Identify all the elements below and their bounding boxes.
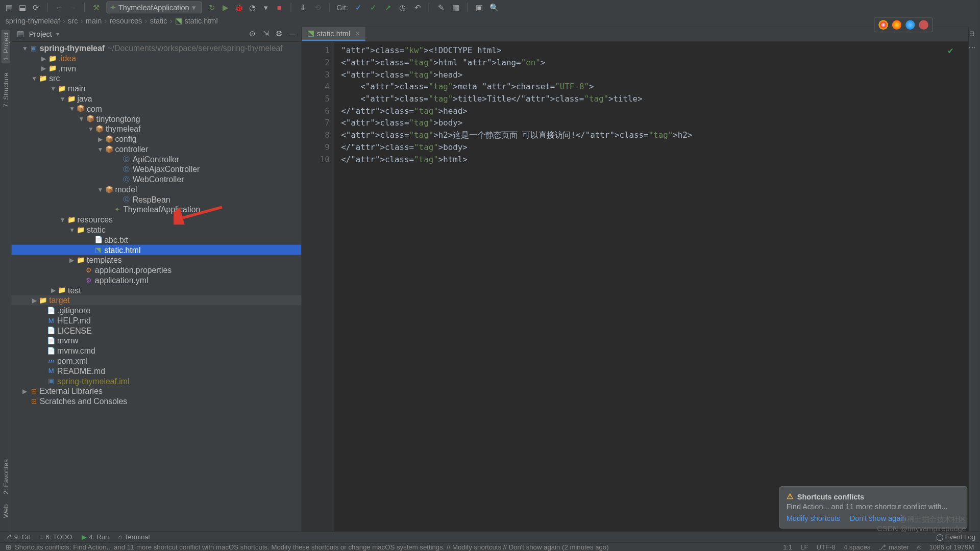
select-opened-icon[interactable]: ⊙ <box>248 29 257 38</box>
builtin-preview-icon[interactable] <box>919 20 928 30</box>
editor-body[interactable]: 12345678910 "attr">class="kw"><!DOCTYPE … <box>302 42 968 532</box>
tree-app[interactable]: ✦ThymeleafApplication <box>11 205 301 215</box>
tree-appprops[interactable]: ⚙application.properties <box>11 265 301 275</box>
firefox-icon[interactable] <box>892 20 901 30</box>
tree-scratch[interactable]: ⊞Scratches and Consoles <box>11 396 301 406</box>
search-icon[interactable]: 🔍 <box>489 3 499 12</box>
tree-iml[interactable]: ▣spring-thymeleaf.iml <box>11 376 301 386</box>
tree-main[interactable]: ▼📁main <box>11 83 301 93</box>
structure-tool-button[interactable]: 7: Structure <box>2 73 9 108</box>
web-tool-button[interactable]: Web <box>2 504 9 518</box>
tree-extlib[interactable]: ▶⊞External Libraries <box>11 386 301 396</box>
revert-icon[interactable]: ↶ <box>412 3 422 12</box>
tree-webajax[interactable]: ⒸWebAjaxController <box>11 164 301 174</box>
chrome-icon[interactable] <box>878 20 888 30</box>
back-icon[interactable]: ← <box>55 3 64 12</box>
line-sep[interactable]: LF <box>800 543 808 550</box>
profiler-icon[interactable]: ▾ <box>261 3 271 12</box>
code-area[interactable]: "attr">class="kw"><!DOCTYPE html> <"attr… <box>334 42 968 532</box>
modify-shortcuts-link[interactable]: Modify shortcuts <box>787 514 841 522</box>
event-log-button[interactable]: ◯ Event Log <box>936 533 976 540</box>
git-branch[interactable]: ⎇ master <box>878 543 909 550</box>
tree-apicontroller[interactable]: ⒸApiController <box>11 154 301 164</box>
indent[interactable]: 4 spaces <box>844 543 871 550</box>
tree-resources[interactable]: ▼📁resources <box>11 214 301 224</box>
run-config-selector[interactable]: ✦ ThymeleafApplication ▾ <box>106 2 202 14</box>
crumb-resources[interactable]: resources <box>110 17 142 25</box>
tree-webcontroller[interactable]: ⒸWebController <box>11 174 301 184</box>
close-tab-icon[interactable]: × <box>356 29 360 37</box>
tree-target[interactable]: ▶📁target <box>11 295 301 306</box>
tree-config[interactable]: ▶📦config <box>11 134 301 144</box>
open-icon[interactable]: ▤ <box>4 3 13 12</box>
debug-icon[interactable]: 🐞 <box>234 3 243 12</box>
rerun-icon[interactable]: ↻ <box>207 3 216 12</box>
tree-mvn[interactable]: ▶📁.mvn <box>11 63 301 73</box>
dont-show-again-link[interactable]: Don't show again <box>850 514 906 522</box>
tree-statichtml[interactable]: ⬔static.html <box>11 245 301 255</box>
tree-pom[interactable]: mpom.xml <box>11 356 301 366</box>
tree-help[interactable]: MHELP.md <box>11 315 301 325</box>
build-icon[interactable]: ⚒ <box>91 3 101 12</box>
tree-license[interactable]: 📄LICENSE <box>11 325 301 336</box>
expand-all-icon[interactable]: ⇲ <box>261 29 270 38</box>
terminal-tool-button[interactable]: ⌂Terminal <box>118 533 150 540</box>
gear-icon[interactable]: ⚙ <box>275 29 284 38</box>
sync2-icon[interactable]: ⟲ <box>313 3 322 12</box>
caret-pos[interactable]: 1:1 <box>783 543 792 550</box>
tree-src[interactable]: ▼📁src <box>11 73 301 84</box>
tree-java[interactable]: ▼📁java <box>11 93 301 104</box>
crumb-root[interactable]: spring-thymeleaf <box>6 17 60 25</box>
tree-test[interactable]: ▶📁test <box>11 285 301 295</box>
tree-tiny[interactable]: ▼📦tinytongtong <box>11 114 301 124</box>
structure-icon[interactable]: ▦ <box>451 3 460 12</box>
push-icon[interactable]: ↗ <box>383 3 392 12</box>
project-pane: ▤ Project ▾ ⊙ ⇲ ⚙ — ▼▣spring-thymeleaf~/… <box>11 27 302 532</box>
tree-readme[interactable]: MREADME.md <box>11 366 301 376</box>
tree-gitignore[interactable]: 📄.gitignore <box>11 305 301 315</box>
tree-respbean[interactable]: ⒸRespBean <box>11 194 301 205</box>
crumb-main[interactable]: main <box>86 17 102 25</box>
coverage-icon[interactable]: ◔ <box>248 3 257 12</box>
crumb-file[interactable]: ⬔static.html <box>175 16 218 25</box>
commit-icon[interactable]: ✓ <box>368 3 377 12</box>
forward-icon[interactable]: → <box>68 3 77 12</box>
todo-tool-button[interactable]: ≡6: TODO <box>40 533 72 540</box>
git-tool-button[interactable]: ⎇9: Git <box>4 533 30 540</box>
run-tool-button[interactable]: ▶4: Run <box>82 533 109 540</box>
attach-icon[interactable]: ⇩ <box>298 3 307 12</box>
tree-model[interactable]: ▼📦model <box>11 184 301 194</box>
tree-mvnw[interactable]: 📄mvnw <box>11 336 301 346</box>
tree-appyml[interactable]: ⚙application.yml <box>11 275 301 285</box>
sync-icon[interactable]: ⟳ <box>31 3 40 12</box>
tree-templates[interactable]: ▶📁templates <box>11 255 301 265</box>
tree-controller[interactable]: ▼📦controller <box>11 144 301 154</box>
codewithme-icon[interactable]: ▣ <box>475 3 484 12</box>
stop-icon[interactable]: ■ <box>275 3 284 12</box>
lock-icon[interactable]: ⎋ <box>917 543 921 550</box>
safari-icon[interactable] <box>905 20 915 30</box>
inspection-ok-icon[interactable]: ✔ <box>947 47 953 56</box>
tree-thymeleaf[interactable]: ▼📦thymeleaf <box>11 124 301 134</box>
history-icon[interactable]: ◷ <box>398 3 407 12</box>
tree-static[interactable]: ▼📁static <box>11 224 301 235</box>
save-icon[interactable]: ⬓ <box>17 3 27 12</box>
hide-icon[interactable]: — <box>288 29 297 38</box>
run-icon[interactable]: ▶ <box>221 3 230 12</box>
tree-idea[interactable]: ▶📁.idea <box>11 53 301 63</box>
maven-tool-button[interactable]: m <box>969 31 976 37</box>
tools-icon[interactable]: ✎ <box>436 3 445 12</box>
favorites-tool-button[interactable]: 2: Favorites <box>2 460 9 495</box>
encoding[interactable]: UTF-8 <box>816 543 835 550</box>
update-icon[interactable]: ✓ <box>353 3 362 12</box>
tree-root[interactable]: ▼▣spring-thymeleaf~/Documents/workspace/… <box>11 43 301 53</box>
ant-tool-button[interactable]: ⋮ <box>969 44 976 51</box>
project-tool-button[interactable]: 1: Project <box>1 30 10 63</box>
crumb-static[interactable]: static <box>150 17 167 25</box>
tree-abc[interactable]: 📄abc.txt <box>11 235 301 245</box>
project-tree[interactable]: ▼▣spring-thymeleaf~/Documents/workspace/… <box>11 42 301 532</box>
tree-com[interactable]: ▼📦com <box>11 104 301 114</box>
crumb-src[interactable]: src <box>68 17 78 25</box>
mem-indicator[interactable]: 1086 of 1979M <box>929 543 974 550</box>
tree-mvnwcmd[interactable]: 📄mvnw.cmd <box>11 345 301 356</box>
